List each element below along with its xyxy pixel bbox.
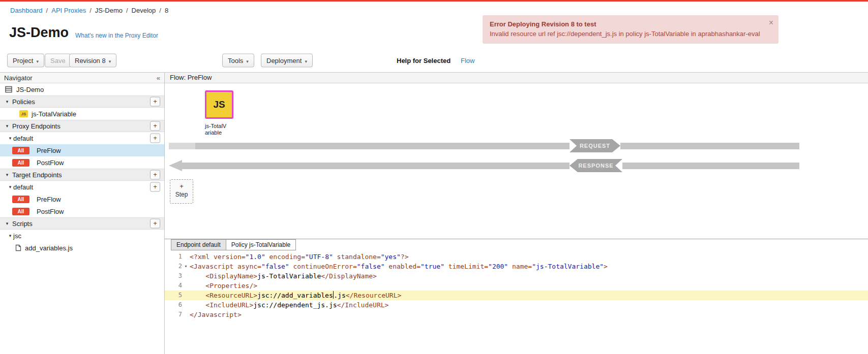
chevron-down-icon[interactable]: ▾ <box>4 123 10 128</box>
flow-canvas: JS js-TotalV ariable REQUEST RESPONSE <box>165 83 868 239</box>
request-flow-segment <box>169 143 195 149</box>
code-token: ?> <box>401 253 409 261</box>
line-number: 2 <box>165 262 182 271</box>
revision-button[interactable]: Revision 8▾ <box>69 53 116 67</box>
nav-item-label: PreFlow <box>37 196 61 203</box>
breadcrumb-revision: 8 <box>165 7 168 14</box>
nav-item-js-demo[interactable]: JS-Demo <box>0 83 164 95</box>
fold-spacer <box>182 271 190 281</box>
code-token: <DisplayName> <box>190 272 257 280</box>
nav-item-proxy-preflow[interactable]: All PreFlow <box>0 144 164 156</box>
code-text: <Properties/> <box>190 281 257 291</box>
js-policy-icon: JS <box>19 110 28 117</box>
chevron-down-icon[interactable]: ▾ <box>7 184 13 189</box>
nav-section-label: Target Endpoints <box>12 171 62 179</box>
code-text: <ResourceURL>jsc://add_variables.js</Res… <box>190 291 401 300</box>
nav-item-target-postflow[interactable]: All PostFlow <box>0 205 164 217</box>
chevron-down-icon[interactable]: ▾ <box>7 233 13 238</box>
chevron-down-icon[interactable]: ▾ <box>7 136 13 141</box>
fold-spacer <box>182 252 190 262</box>
line-number: 6 <box>165 300 182 310</box>
add-flow-button[interactable]: + <box>150 134 160 143</box>
add-step-button[interactable]: + Step <box>170 179 193 204</box>
code-token: <Properties/> <box>190 282 257 289</box>
chevron-down-icon[interactable]: ▾ <box>4 172 10 177</box>
nav-item-add-variables-js[interactable]: add_variables.js <box>0 242 164 254</box>
collapse-panel-icon[interactable]: « <box>157 74 160 82</box>
nav-item-js-totalvariable[interactable]: JS js-TotalVariable <box>0 108 164 120</box>
flow-editor-pane: Flow: PreFlow JS js-TotalV ariable REQUE… <box>165 73 868 354</box>
code-line[interactable]: 5 <ResourceURL>jsc://add_variables.js</R… <box>165 291 868 300</box>
error-banner: × Error Deploying Revision 8 to test Inv… <box>483 15 779 44</box>
code-line[interactable]: 6 <IncludeURL>jsc://dependent_js.js</Inc… <box>165 300 868 310</box>
code-token: .js <box>334 292 345 299</box>
nav-group-target-default[interactable]: ▾ default + <box>0 181 164 193</box>
tools-button[interactable]: Tools▾ <box>222 53 254 67</box>
whats-new-link[interactable]: What's new in the Proxy Editor <box>75 32 158 39</box>
code-line[interactable]: 7</Javascript> <box>165 310 868 319</box>
tab-policy-js-totalvariable[interactable]: Policy js-TotalVariable <box>226 239 296 250</box>
plus-icon: + <box>170 182 193 190</box>
chevron-down-icon: ▾ <box>246 58 249 63</box>
save-button[interactable]: Save <box>45 53 71 67</box>
flow-help-link[interactable]: Flow <box>461 56 474 64</box>
code-token: </Javascript> <box>190 311 242 318</box>
code-line[interactable]: 4 <Properties/> <box>165 281 868 291</box>
code-token: "1.0" <box>246 253 265 261</box>
nav-item-target-preflow[interactable]: All PreFlow <box>0 193 164 205</box>
add-flow-button[interactable]: + <box>150 182 160 192</box>
code-token: timeLimit= <box>444 263 488 270</box>
nav-section-policies[interactable]: ▾ Policies + <box>0 95 164 108</box>
policy-node-js-totalvariable[interactable]: JS <box>205 90 233 119</box>
error-title: Error Deploying Revision 8 to test <box>490 20 764 28</box>
chevron-down-icon[interactable]: ▾ <box>4 221 10 226</box>
code-token: "js-TotalVariable" <box>532 263 604 270</box>
code-token: "true" <box>421 263 444 270</box>
policy-node-label-line1: js-TotalV <box>205 123 226 130</box>
response-flow-bar <box>622 163 799 169</box>
project-button[interactable]: Project▾ <box>7 53 44 67</box>
add-target-endpoint-button[interactable]: + <box>150 170 160 180</box>
add-policy-button[interactable]: + <box>150 97 160 107</box>
policy-node-label: js-TotalV ariable <box>205 123 226 136</box>
nav-section-scripts[interactable]: ▾ Scripts + <box>0 217 164 230</box>
error-message: Invalid resource url ref jsc://dependent… <box>490 29 764 39</box>
code-token: <?xml version= <box>190 253 246 261</box>
add-script-button[interactable]: + <box>150 219 160 229</box>
code-token: "yes" <box>381 253 401 261</box>
code-area[interactable]: 1<?xml version="1.0" encoding="UTF-8" st… <box>165 250 868 354</box>
nav-section-label: Scripts <box>12 220 33 228</box>
code-line[interactable]: 1<?xml version="1.0" encoding="UTF-8" st… <box>165 252 868 262</box>
code-editor-panel: Endpoint default Policy js-TotalVariable… <box>165 239 868 354</box>
nav-group-proxy-default[interactable]: ▾ default + <box>0 132 164 144</box>
code-token: "UTF-8" <box>305 253 333 261</box>
tab-endpoint-default[interactable]: Endpoint default <box>171 239 226 250</box>
nav-item-label: PostFlow <box>37 159 64 167</box>
add-proxy-endpoint-button[interactable]: + <box>150 121 160 131</box>
nav-item-label: JS-Demo <box>16 86 44 93</box>
toolbar: Project▾ Save Revision 8▾ Tools▾ Deploym… <box>0 48 868 73</box>
fold-arrow-icon[interactable]: ▾ <box>182 262 190 271</box>
code-token: > <box>604 263 608 270</box>
request-flow-bar <box>620 143 799 149</box>
deployment-button[interactable]: Deployment▾ <box>261 53 313 67</box>
revision-button-label: Revision 8 <box>75 56 106 64</box>
close-icon[interactable]: × <box>769 18 773 27</box>
policy-node-icon-text: JS <box>213 99 225 110</box>
breadcrumb-api-proxies[interactable]: API Proxies <box>51 7 86 14</box>
nav-section-label: Policies <box>12 98 35 106</box>
deployment-button-label: Deployment <box>266 56 302 64</box>
code-line[interactable]: 2▾<Javascript async="false" continueOnEr… <box>165 262 868 271</box>
nav-item-proxy-postflow[interactable]: All PostFlow <box>0 156 164 169</box>
nav-group-jsc[interactable]: ▾ jsc <box>0 230 164 242</box>
policy-node-label-line2: ariable <box>205 130 226 136</box>
code-token: enabled= <box>385 263 421 270</box>
code-line[interactable]: 3 <DisplayName>js-TotalVariable</Display… <box>165 271 868 281</box>
chevron-down-icon[interactable]: ▾ <box>4 99 10 104</box>
nav-section-target-endpoints[interactable]: ▾ Target Endpoints + <box>0 169 164 181</box>
line-number: 7 <box>165 310 182 319</box>
breadcrumb-dashboard[interactable]: Dashboard <box>10 7 43 14</box>
code-token: continueOnError= <box>289 263 357 270</box>
nav-section-proxy-endpoints[interactable]: ▾ Proxy Endpoints + <box>0 120 164 132</box>
code-token: js-TotalVariable <box>257 272 321 280</box>
